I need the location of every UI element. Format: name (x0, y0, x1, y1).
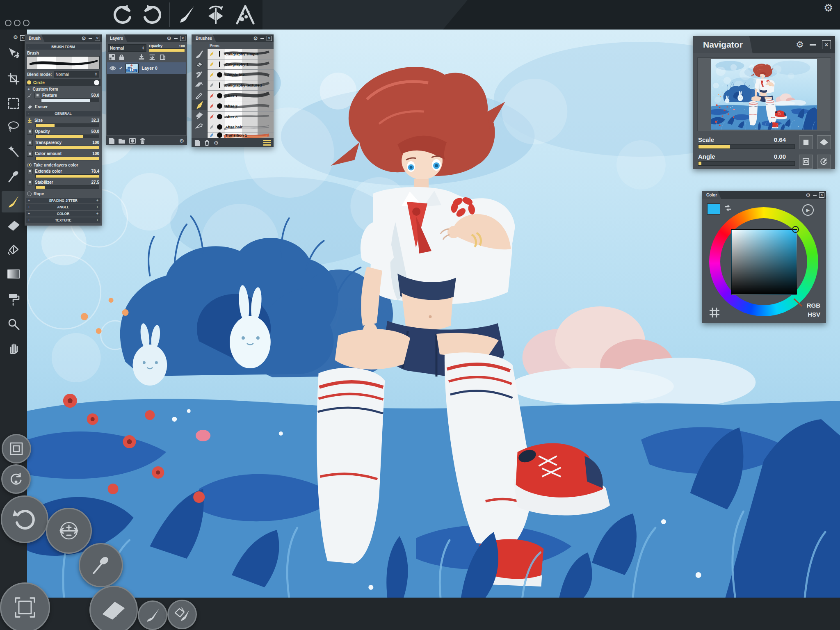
brush-item[interactable]: Caligraphy textured (208, 80, 274, 91)
brush-panel-titlebar[interactable]: Brush ⚙ × (25, 34, 102, 42)
opacity-slider[interactable]: Opacity 50.0 (26, 128, 100, 139)
roller-tool[interactable] (2, 289, 25, 310)
brush-panel-tab[interactable]: Brush (25, 34, 45, 42)
brushes-settings-gear-icon[interactable]: ⚙ (214, 140, 219, 146)
rect-select-tool[interactable] (2, 93, 25, 114)
flip-horizontal-button[interactable] (817, 135, 831, 149)
category-pen-icon[interactable] (192, 100, 207, 110)
window-dot-2[interactable] (14, 20, 21, 26)
fit-screen-button[interactable] (0, 582, 50, 630)
panel-minimize-icon[interactable] (174, 38, 178, 39)
redo-icon[interactable] (139, 3, 167, 26)
frame-view-button[interactable] (799, 155, 813, 169)
color-titlebar[interactable]: Color ⚙ × (702, 191, 826, 199)
brush-shape-circle[interactable]: Circle (26, 79, 100, 86)
panel-close-icon[interactable]: × (819, 192, 824, 198)
panel-gear-icon[interactable]: ⚙ (806, 192, 810, 198)
navigator-preview[interactable] (697, 57, 831, 131)
brush-item[interactable]: After 1 (208, 91, 274, 101)
hand-tool[interactable] (2, 337, 25, 358)
panel-close-icon[interactable]: × (822, 40, 831, 49)
fill-tool[interactable] (2, 239, 25, 260)
brush-item[interactable]: Caligraphy 1 (208, 59, 274, 70)
merge-all-icon[interactable] (149, 54, 155, 60)
feature-slider[interactable]: Feature 50.0 (26, 92, 100, 103)
sidebar-gear-icon[interactable]: ⚙ (13, 34, 18, 40)
hsv-label[interactable]: HSV (808, 311, 820, 318)
brush-item[interactable]: After 2 (208, 101, 274, 112)
stop-button[interactable] (799, 135, 813, 149)
current-color-swatch[interactable] (707, 203, 720, 215)
symmetry-icon[interactable] (202, 3, 230, 26)
category-pencil-icon[interactable] (192, 90, 207, 100)
brush-item[interactable]: Simple ink (208, 70, 274, 80)
brush-tool-icon[interactable] (173, 3, 199, 26)
transparency-checkbox[interactable] (27, 140, 33, 146)
transparency-slider[interactable]: Transparency 100 (26, 139, 100, 151)
undo-button[interactable] (1, 495, 48, 543)
eyedropper-tool[interactable] (2, 166, 25, 187)
layers-panel-tab[interactable]: Layers (106, 34, 127, 42)
section-spacing-jitter[interactable]: +SPACING JITTER+ (26, 198, 100, 203)
category-paintbrush-icon[interactable] (192, 49, 207, 59)
extends-color-checkbox[interactable] (27, 169, 33, 174)
brush-form-header[interactable]: -BRUSH FORM (26, 44, 100, 50)
undo-icon[interactable] (107, 3, 136, 26)
category-roller-icon[interactable] (192, 110, 207, 121)
new-layer-icon[interactable] (109, 138, 114, 144)
brush-shape-custom[interactable]: ✦ Custom form (26, 86, 100, 92)
move-tool[interactable] (2, 43, 25, 64)
panel-minimize-icon[interactable] (813, 195, 817, 196)
navigator-tab[interactable]: Navigator (693, 36, 753, 53)
stabilizer-checkbox[interactable] (27, 180, 33, 185)
panel-gear-icon[interactable]: ⚙ (81, 36, 86, 41)
brush-item[interactable]: After hair (208, 122, 274, 133)
navigator-titlebar[interactable]: Navigator ⚙ × (693, 36, 835, 53)
section-texture[interactable]: +TEXTURE+ (26, 217, 100, 223)
delete-layer-icon[interactable] (140, 138, 145, 144)
rope-radio[interactable] (27, 192, 32, 196)
saturation-value-square[interactable] (731, 229, 797, 295)
alpha-lock-icon[interactable] (109, 54, 115, 60)
list-view-icon[interactable] (263, 140, 271, 146)
mixer-button[interactable] (167, 600, 197, 629)
general-header[interactable]: -GENERAL (26, 111, 100, 116)
extends-color-slider[interactable]: Extends color 78.4 (26, 168, 100, 179)
scatter-tool-icon[interactable] (232, 3, 258, 26)
panel-minimize-icon[interactable] (260, 38, 264, 39)
layer-visibility-icon[interactable] (110, 66, 116, 71)
delete-brush-icon[interactable] (204, 140, 210, 146)
panel-gear-icon[interactable]: ⚙ (796, 40, 804, 49)
layers-settings-gear-icon[interactable]: ⚙ (179, 138, 184, 144)
layer-opacity-slider[interactable]: Opacity100 (149, 44, 185, 52)
brush-item[interactable]: Transition 1 (208, 132, 274, 138)
panel-close-icon[interactable]: × (95, 36, 100, 41)
frame-icon[interactable] (709, 307, 720, 318)
rope-row[interactable]: Rope (26, 190, 100, 197)
play-icon[interactable]: ▶ (802, 204, 814, 216)
duplicate-layer-icon[interactable] (160, 54, 166, 60)
color-tab[interactable]: Color (702, 191, 721, 199)
brush-button[interactable] (138, 600, 167, 630)
sv-selector[interactable] (792, 226, 799, 233)
take-underlayers-radio[interactable] (27, 163, 32, 167)
reset-angle-button[interactable] (817, 155, 831, 169)
window-dot-1[interactable] (5, 20, 11, 26)
take-underlayers-row[interactable]: Take underlayers color (26, 162, 100, 168)
category-eraser-icon[interactable] (192, 59, 207, 69)
size-slider[interactable]: Size 32.3 (26, 117, 100, 128)
zoom-inout-button[interactable] (46, 508, 92, 554)
brush-item[interactable]: Caligraphy simple (208, 49, 274, 59)
panel-minimize-icon[interactable] (89, 38, 92, 39)
eyedropper-button[interactable] (79, 543, 123, 587)
gradient-tool[interactable] (2, 263, 25, 285)
rgb-label[interactable]: RGB (807, 302, 820, 309)
section-angle[interactable]: +ANGLE+ (26, 204, 100, 210)
eraser-tool[interactable] (2, 215, 25, 236)
swap-colors-icon[interactable] (724, 203, 733, 212)
panel-close-icon[interactable]: × (180, 36, 185, 41)
color-amount-slider[interactable]: Color amount 100 (26, 151, 100, 162)
window-dot-3[interactable] (23, 20, 30, 26)
brushes-panel-tab[interactable]: Brushes (192, 34, 216, 42)
panel-minimize-icon[interactable] (810, 44, 816, 46)
